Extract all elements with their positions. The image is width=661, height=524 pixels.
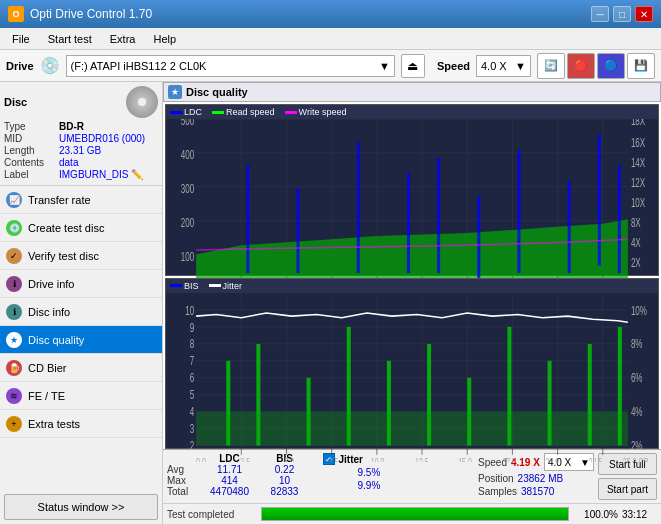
- svg-rect-42: [407, 173, 410, 273]
- drive-info-icon: ℹ: [6, 276, 22, 292]
- svg-rect-39: [246, 165, 249, 273]
- avg-ldc: 11.71: [202, 464, 257, 475]
- drive-type-icon: 💿: [40, 56, 60, 75]
- status-window-button[interactable]: Status window >>: [4, 494, 158, 520]
- menu-file[interactable]: File: [4, 31, 38, 47]
- svg-text:20.0: 20.0: [546, 456, 560, 462]
- svg-marker-38: [196, 219, 628, 281]
- avg-bis: 0.22: [257, 464, 312, 475]
- top-chart-legend: LDC Read speed Write speed: [166, 105, 658, 119]
- nav-label-transfer-rate: Transfer rate: [28, 194, 91, 206]
- sidebar-item-drive-info[interactable]: ℹ Drive info: [0, 270, 162, 298]
- menu-start-test[interactable]: Start test: [40, 31, 100, 47]
- legend-jitter: Jitter: [209, 281, 243, 291]
- jitter-max: 9.9%: [358, 480, 381, 491]
- write-speed-color: [285, 111, 297, 114]
- sidebar-item-cd-bier[interactable]: 🍺 CD Bier: [0, 354, 162, 382]
- save-button[interactable]: 💾: [627, 53, 655, 79]
- bottom-chart-svg: 10 9 8 7 6 5 4 3 2 10% 8% 6% 4% 2%: [166, 293, 658, 463]
- length-label: Length: [4, 145, 59, 156]
- jitter-label: Jitter: [223, 281, 243, 291]
- svg-text:10.0: 10.0: [371, 456, 385, 462]
- jitter-avg-row: 9.5%: [323, 467, 475, 478]
- sidebar-item-create-test-disc[interactable]: 💿 Create test disc: [0, 214, 162, 242]
- sidebar-item-disc-quality[interactable]: ★ Disc quality: [0, 326, 162, 354]
- sidebar-item-disc-info[interactable]: ℹ Disc info: [0, 298, 162, 326]
- svg-rect-48: [618, 165, 621, 273]
- maximize-button[interactable]: □: [613, 6, 631, 22]
- svg-rect-46: [568, 181, 571, 273]
- speed-label: Speed: [437, 60, 470, 72]
- start-part-button[interactable]: Start part: [598, 478, 657, 500]
- svg-text:100: 100: [181, 250, 195, 263]
- disc-length-row: Length 23.31 GB: [4, 145, 158, 156]
- svg-rect-40: [297, 188, 300, 273]
- speed-select[interactable]: 4.0 X ▼: [476, 55, 531, 77]
- svg-text:2.5: 2.5: [240, 456, 250, 462]
- sidebar-nav: 📈 Transfer rate 💿 Create test disc ✓ Ver…: [0, 186, 162, 490]
- menu-extra[interactable]: Extra: [102, 31, 144, 47]
- label-value: IMGBURN_DIS: [59, 169, 128, 180]
- read-speed-color: [212, 111, 224, 114]
- position-value: 23862 MB: [518, 473, 564, 484]
- disc-contents-row: Contents data: [4, 157, 158, 168]
- bottom-chart-legend: BIS Jitter: [166, 279, 658, 293]
- panel-title: Disc quality: [186, 86, 248, 98]
- svg-text:200: 200: [181, 216, 195, 229]
- stats-total-row: Total 4470480 82833: [167, 486, 319, 497]
- nav-label-fe-te: FE / TE: [28, 390, 65, 402]
- read-speed-label: Read speed: [226, 107, 275, 117]
- top-chart: LDC Read speed Write speed: [165, 104, 659, 276]
- nav-label-disc-info: Disc info: [28, 306, 70, 318]
- ldc-color: [170, 111, 182, 114]
- disc-type-row: Type BD-R: [4, 121, 158, 132]
- disc-quality-icon: ★: [6, 332, 22, 348]
- length-value: 23.31 GB: [59, 145, 101, 156]
- top-chart-svg: 500 400 300 200 100 18X 16X 14X 12X 10X …: [166, 119, 658, 289]
- svg-text:18X: 18X: [631, 119, 645, 128]
- drive-select[interactable]: (F:) ATAPI iHBS112 2 CL0K ▼: [66, 55, 395, 77]
- menu-help[interactable]: Help: [145, 31, 184, 47]
- svg-text:7: 7: [190, 354, 195, 367]
- progress-time: 33:12: [622, 509, 657, 520]
- svg-text:4: 4: [190, 405, 195, 418]
- total-bis: 82833: [257, 486, 312, 497]
- drive-value: (F:) ATAPI iHBS112 2 CL0K: [71, 60, 207, 72]
- svg-text:6%: 6%: [631, 371, 643, 384]
- svg-text:12X: 12X: [631, 176, 645, 189]
- svg-text:15.0: 15.0: [458, 456, 472, 462]
- charts-container: LDC Read speed Write speed: [163, 104, 661, 449]
- sidebar-item-extra-tests[interactable]: + Extra tests: [0, 410, 162, 438]
- svg-text:500: 500: [181, 119, 195, 128]
- jitter-avg-empty: [323, 467, 358, 478]
- minimize-button[interactable]: ─: [591, 6, 609, 22]
- svg-text:3: 3: [190, 422, 195, 435]
- refresh-button[interactable]: 🔄: [537, 53, 565, 79]
- svg-rect-43: [437, 158, 440, 274]
- svg-text:300: 300: [181, 182, 195, 195]
- legend-read-speed: Read speed: [212, 107, 275, 117]
- label-label: Label: [4, 169, 59, 180]
- edit-icon[interactable]: ✏️: [131, 169, 143, 180]
- max-ldc: 414: [202, 475, 257, 486]
- sidebar-item-fe-te[interactable]: ≋ FE / TE: [0, 382, 162, 410]
- ldc-label: LDC: [184, 107, 202, 117]
- contents-value: data: [59, 157, 78, 168]
- jitter-max-empty: [323, 480, 358, 491]
- info-button[interactable]: 🔵: [597, 53, 625, 79]
- sidebar: Disc Type BD-R MID UMEBDR016 (000) Lengt…: [0, 82, 163, 524]
- stats-avg-row: Avg 11.71 0.22: [167, 464, 319, 475]
- sidebar-item-verify-test-disc[interactable]: ✓ Verify test disc: [0, 242, 162, 270]
- eject-button[interactable]: ⏏: [401, 54, 425, 78]
- sidebar-item-transfer-rate[interactable]: 📈 Transfer rate: [0, 186, 162, 214]
- panel-header: ★ Disc quality: [163, 82, 661, 102]
- settings-button[interactable]: 🔴: [567, 53, 595, 79]
- nav-label-disc-quality: Disc quality: [28, 334, 84, 346]
- nav-label-cd-bier: CD Bier: [28, 362, 67, 374]
- type-value: BD-R: [59, 121, 84, 132]
- close-button[interactable]: ✕: [635, 6, 653, 22]
- svg-text:10: 10: [185, 303, 194, 316]
- progress-bar-fill: [262, 508, 568, 520]
- cd-bier-icon: 🍺: [6, 360, 22, 376]
- svg-rect-45: [517, 150, 520, 273]
